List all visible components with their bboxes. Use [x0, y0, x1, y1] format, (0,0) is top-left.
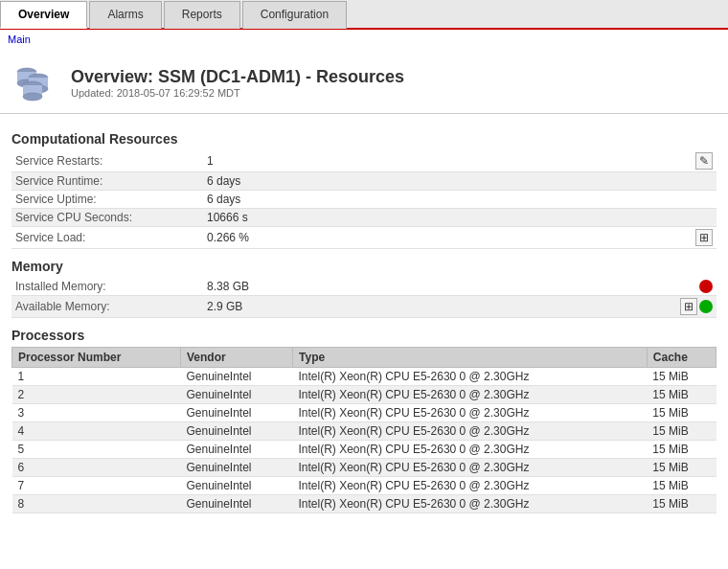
- resource-action: ✎: [688, 150, 717, 172]
- column-header: Cache: [647, 348, 716, 368]
- table-row: Service CPU Seconds:10666 s: [11, 209, 717, 227]
- memory-status: ⊞: [676, 296, 717, 318]
- memory-label: Installed Memory:: [11, 278, 203, 296]
- vendor: GenuineIntel: [180, 422, 292, 441]
- column-header: Type: [293, 348, 648, 368]
- memory-value: 8.38 GB: [203, 278, 676, 296]
- cache: 15 MiB: [647, 495, 716, 513]
- resource-label: Service Restarts:: [11, 150, 203, 172]
- tab-reports[interactable]: Reports: [164, 1, 240, 29]
- memory-title: Memory: [11, 259, 717, 274]
- page-header: Overview: SSM (DC1-ADM1) - Resources Upd…: [0, 49, 728, 114]
- tab-alarms[interactable]: Alarms: [89, 1, 161, 29]
- column-header: Processor Number: [12, 348, 181, 368]
- resource-value: 10666 s: [203, 209, 688, 227]
- table-row: 6GenuineIntelIntel(R) Xeon(R) CPU E5-263…: [12, 459, 717, 477]
- vendor: GenuineIntel: [180, 459, 292, 477]
- table-row: Available Memory:2.9 GB⊞: [11, 296, 717, 318]
- cache: 15 MiB: [647, 386, 716, 404]
- breadcrumb-main-link[interactable]: Main: [8, 34, 31, 45]
- memory-value: 2.9 GB: [203, 296, 676, 318]
- tab-bar: Overview Alarms Reports Configuration: [0, 0, 728, 30]
- resource-value: 0.266 %: [203, 227, 688, 249]
- table-row: Service Restarts:1✎: [11, 150, 717, 172]
- tab-overview[interactable]: Overview: [0, 1, 87, 29]
- resource-value: 6 days: [203, 172, 688, 191]
- page-title: Overview: SSM (DC1-ADM1) - Resources: [71, 67, 404, 87]
- vendor: GenuineIntel: [180, 495, 292, 513]
- tab-configuration[interactable]: Configuration: [242, 1, 347, 29]
- cache: 15 MiB: [647, 404, 716, 422]
- resource-label: Service Load:: [11, 227, 203, 249]
- cache: 15 MiB: [647, 368, 716, 386]
- resource-action: [688, 172, 717, 191]
- processor-number: 2: [12, 386, 181, 404]
- vendor: GenuineIntel: [180, 386, 292, 404]
- resource-label: Service Runtime:: [11, 172, 203, 191]
- table-row: Service Runtime:6 days: [11, 172, 717, 191]
- chart-icon[interactable]: ⊞: [695, 229, 713, 246]
- cache: 15 MiB: [647, 459, 716, 477]
- type: Intel(R) Xeon(R) CPU E5-2630 0 @ 2.30GHz: [293, 404, 648, 422]
- table-row: 4GenuineIntelIntel(R) Xeon(R) CPU E5-263…: [12, 422, 717, 441]
- type: Intel(R) Xeon(R) CPU E5-2630 0 @ 2.30GHz: [293, 422, 648, 441]
- table-row: Service Load:0.266 %⊞: [11, 227, 717, 249]
- type: Intel(R) Xeon(R) CPU E5-2630 0 @ 2.30GHz: [293, 386, 648, 404]
- table-row: 1GenuineIntelIntel(R) Xeon(R) CPU E5-263…: [12, 368, 717, 386]
- processors-title: Processors: [11, 328, 717, 343]
- memory-chart-icon[interactable]: ⊞: [680, 298, 697, 315]
- table-row: 8GenuineIntelIntel(R) Xeon(R) CPU E5-263…: [12, 495, 717, 513]
- vendor: GenuineIntel: [180, 404, 292, 422]
- vendor: GenuineIntel: [180, 368, 292, 386]
- svg-point-8: [23, 93, 42, 101]
- processor-number: 6: [12, 459, 181, 477]
- resource-label: Service Uptime:: [11, 191, 203, 209]
- header-text: Overview: SSM (DC1-ADM1) - Resources Upd…: [71, 67, 404, 99]
- processor-number: 5: [12, 441, 181, 459]
- updated-timestamp: Updated: 2018-05-07 16:29:52 MDT: [71, 87, 404, 99]
- type: Intel(R) Xeon(R) CPU E5-2630 0 @ 2.30GHz: [293, 495, 648, 513]
- breadcrumb: Main: [0, 30, 728, 49]
- cache: 15 MiB: [647, 477, 716, 495]
- main-content: Computational Resources Service Restarts…: [0, 114, 728, 521]
- cache: 15 MiB: [647, 422, 716, 441]
- resource-value: 6 days: [203, 191, 688, 209]
- memory-table: Installed Memory:8.38 GBAvailable Memory…: [11, 278, 717, 318]
- processor-number: 3: [12, 404, 181, 422]
- processor-number: 7: [12, 477, 181, 495]
- computational-resources-title: Computational Resources: [11, 131, 717, 147]
- resource-action: ⊞: [688, 227, 717, 249]
- table-row: Service Uptime:6 days: [11, 191, 717, 209]
- column-header: Vendor: [180, 348, 292, 368]
- memory-label: Available Memory:: [11, 296, 203, 318]
- resource-label: Service CPU Seconds:: [11, 209, 203, 227]
- processors-table: Processor NumberVendorTypeCache 1Genuine…: [11, 347, 717, 513]
- memory-status: [676, 278, 717, 296]
- type: Intel(R) Xeon(R) CPU E5-2630 0 @ 2.30GHz: [293, 477, 648, 495]
- table-row: 5GenuineIntelIntel(R) Xeon(R) CPU E5-263…: [12, 441, 717, 459]
- processor-number: 1: [12, 368, 181, 386]
- processor-number: 4: [12, 422, 181, 441]
- resource-icon: [11, 58, 57, 107]
- edit-icon[interactable]: ✎: [695, 152, 713, 170]
- table-row: 2GenuineIntelIntel(R) Xeon(R) CPU E5-263…: [12, 386, 717, 404]
- type: Intel(R) Xeon(R) CPU E5-2630 0 @ 2.30GHz: [293, 441, 648, 459]
- table-row: Installed Memory:8.38 GB: [11, 278, 717, 296]
- resource-action: [688, 209, 717, 227]
- vendor: GenuineIntel: [180, 477, 292, 495]
- green-status-icon: [699, 300, 713, 313]
- type: Intel(R) Xeon(R) CPU E5-2630 0 @ 2.30GHz: [293, 459, 648, 477]
- vendor: GenuineIntel: [180, 441, 292, 459]
- cache: 15 MiB: [647, 441, 716, 459]
- table-row: 3GenuineIntelIntel(R) Xeon(R) CPU E5-263…: [12, 404, 717, 422]
- table-row: 7GenuineIntelIntel(R) Xeon(R) CPU E5-263…: [12, 477, 717, 495]
- computational-resources-table: Service Restarts:1✎Service Runtime:6 day…: [11, 150, 717, 249]
- table-header-row: Processor NumberVendorTypeCache: [12, 348, 717, 368]
- resource-value: 1: [203, 150, 688, 172]
- red-status-icon: [699, 280, 713, 293]
- resource-action: [688, 191, 717, 209]
- type: Intel(R) Xeon(R) CPU E5-2630 0 @ 2.30GHz: [293, 368, 648, 386]
- processor-number: 8: [12, 495, 181, 513]
